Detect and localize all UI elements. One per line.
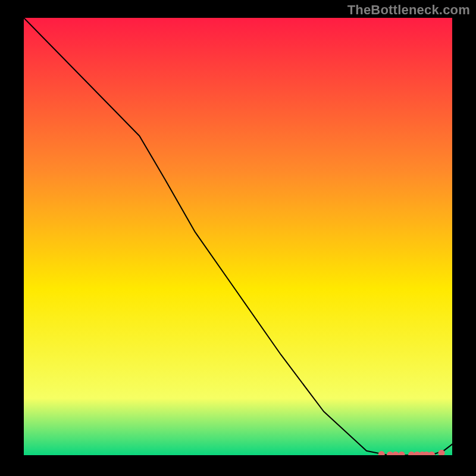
- watermark-text: TheBottleneck.com: [347, 2, 470, 18]
- chart-svg: [24, 18, 452, 455]
- plot-area: [24, 18, 452, 455]
- chart-frame: TheBottleneck.com: [0, 0, 476, 476]
